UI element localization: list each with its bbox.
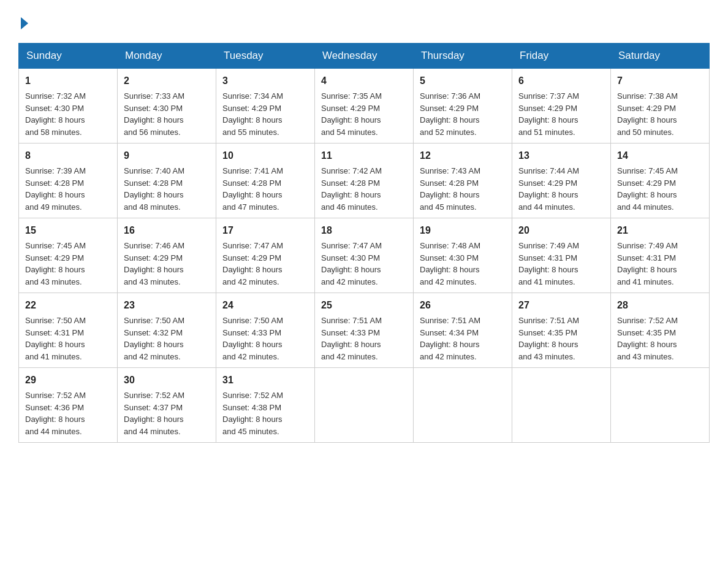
sunrise-text: Sunrise: 7:35 AM xyxy=(321,91,382,101)
sunset-text: Sunset: 4:29 PM xyxy=(420,104,479,113)
sunset-text: Sunset: 4:28 PM xyxy=(420,178,479,188)
daylight-text: Daylight: 8 hours xyxy=(25,340,85,349)
day-number: 28 xyxy=(617,298,703,313)
calendar-cell: 22 Sunrise: 7:50 AM Sunset: 4:31 PM Dayl… xyxy=(19,293,118,368)
sunrise-text: Sunrise: 7:36 AM xyxy=(420,91,480,101)
daylight-text2: and 46 minutes. xyxy=(321,202,378,212)
calendar-cell: 7 Sunrise: 7:38 AM Sunset: 4:29 PM Dayli… xyxy=(611,69,710,144)
day-number: 13 xyxy=(518,148,604,163)
calendar-week-row: 29 Sunrise: 7:52 AM Sunset: 4:36 PM Dayl… xyxy=(19,368,710,443)
sunset-text: Sunset: 4:30 PM xyxy=(321,253,380,262)
sunrise-text: Sunrise: 7:51 AM xyxy=(321,316,382,325)
day-number: 29 xyxy=(25,373,111,388)
calendar-cell: 9 Sunrise: 7:40 AM Sunset: 4:28 PM Dayli… xyxy=(118,144,216,218)
sunrise-text: Sunrise: 7:46 AM xyxy=(124,241,184,250)
daylight-text: Daylight: 8 hours xyxy=(124,115,184,124)
daylight-text2: and 45 minutes. xyxy=(420,202,477,212)
calendar-cell: 4 Sunrise: 7:35 AM Sunset: 4:29 PM Dayli… xyxy=(315,69,414,144)
daylight-text2: and 44 minutes. xyxy=(124,427,181,436)
daylight-text: Daylight: 8 hours xyxy=(222,340,282,349)
day-number: 11 xyxy=(321,148,407,163)
sunset-text: Sunset: 4:31 PM xyxy=(518,253,577,262)
sunrise-text: Sunrise: 7:44 AM xyxy=(518,166,579,175)
day-number: 5 xyxy=(420,74,506,88)
daylight-text2: and 42 minutes. xyxy=(222,352,279,361)
sunset-text: Sunset: 4:37 PM xyxy=(124,403,183,412)
day-number: 3 xyxy=(222,74,308,88)
sunset-text: Sunset: 4:30 PM xyxy=(124,104,183,113)
daylight-text: Daylight: 8 hours xyxy=(222,415,282,424)
daylight-text2: and 50 minutes. xyxy=(617,128,674,137)
sunset-text: Sunset: 4:29 PM xyxy=(617,104,676,113)
day-number: 26 xyxy=(420,298,506,313)
daylight-text2: and 44 minutes. xyxy=(617,202,674,212)
day-number: 10 xyxy=(222,148,308,163)
weekday-header-monday: Monday xyxy=(118,44,216,69)
sunset-text: Sunset: 4:36 PM xyxy=(25,403,84,412)
daylight-text2: and 56 minutes. xyxy=(124,128,181,137)
sunset-text: Sunset: 4:28 PM xyxy=(124,178,183,188)
daylight-text2: and 58 minutes. xyxy=(25,128,82,137)
daylight-text2: and 45 minutes. xyxy=(222,427,279,436)
sunset-text: Sunset: 4:33 PM xyxy=(222,328,281,337)
day-number: 25 xyxy=(321,298,407,313)
sunrise-text: Sunrise: 7:42 AM xyxy=(321,166,382,175)
calendar-cell: 27 Sunrise: 7:51 AM Sunset: 4:35 PM Dayl… xyxy=(512,293,611,368)
calendar-cell: 29 Sunrise: 7:52 AM Sunset: 4:36 PM Dayl… xyxy=(19,368,118,443)
sunrise-text: Sunrise: 7:52 AM xyxy=(617,316,678,325)
daylight-text2: and 48 minutes. xyxy=(124,202,181,212)
calendar-cell: 3 Sunrise: 7:34 AM Sunset: 4:29 PM Dayli… xyxy=(216,69,315,144)
sunset-text: Sunset: 4:29 PM xyxy=(518,104,577,113)
weekday-header-friday: Friday xyxy=(512,44,611,69)
sunrise-text: Sunrise: 7:50 AM xyxy=(124,316,184,325)
sunset-text: Sunset: 4:30 PM xyxy=(25,104,84,113)
day-number: 31 xyxy=(222,373,308,388)
daylight-text2: and 41 minutes. xyxy=(25,352,82,361)
daylight-text: Daylight: 8 hours xyxy=(124,340,184,349)
sunrise-text: Sunrise: 7:47 AM xyxy=(222,241,283,250)
sunrise-text: Sunrise: 7:40 AM xyxy=(124,166,184,175)
weekday-header-tuesday: Tuesday xyxy=(216,44,315,69)
sunrise-text: Sunrise: 7:52 AM xyxy=(124,391,184,400)
sunrise-text: Sunrise: 7:37 AM xyxy=(518,91,579,101)
calendar-cell: 18 Sunrise: 7:47 AM Sunset: 4:30 PM Dayl… xyxy=(315,218,414,293)
daylight-text: Daylight: 8 hours xyxy=(420,115,480,124)
sunrise-text: Sunrise: 7:39 AM xyxy=(25,166,86,175)
daylight-text: Daylight: 8 hours xyxy=(321,190,381,199)
sunrise-text: Sunrise: 7:34 AM xyxy=(222,91,283,101)
day-number: 12 xyxy=(420,148,506,163)
day-number: 24 xyxy=(222,298,308,313)
sunset-text: Sunset: 4:35 PM xyxy=(617,328,676,337)
sunrise-text: Sunrise: 7:45 AM xyxy=(617,166,678,175)
sunset-text: Sunset: 4:32 PM xyxy=(124,328,183,337)
sunrise-text: Sunrise: 7:51 AM xyxy=(420,316,480,325)
daylight-text2: and 51 minutes. xyxy=(518,128,575,137)
page-header xyxy=(18,18,710,31)
calendar-cell: 6 Sunrise: 7:37 AM Sunset: 4:29 PM Dayli… xyxy=(512,69,611,144)
calendar-cell: 19 Sunrise: 7:48 AM Sunset: 4:30 PM Dayl… xyxy=(414,218,512,293)
calendar-cell: 11 Sunrise: 7:42 AM Sunset: 4:28 PM Dayl… xyxy=(315,144,414,218)
sunset-text: Sunset: 4:29 PM xyxy=(124,253,183,262)
sunrise-text: Sunrise: 7:47 AM xyxy=(321,241,382,250)
sunrise-text: Sunrise: 7:49 AM xyxy=(518,241,579,250)
weekday-header-wednesday: Wednesday xyxy=(315,44,414,69)
daylight-text: Daylight: 8 hours xyxy=(518,190,578,199)
calendar-cell: 23 Sunrise: 7:50 AM Sunset: 4:32 PM Dayl… xyxy=(118,293,216,368)
sunset-text: Sunset: 4:28 PM xyxy=(222,178,281,188)
sunrise-text: Sunrise: 7:43 AM xyxy=(420,166,480,175)
sunset-text: Sunset: 4:31 PM xyxy=(617,253,676,262)
daylight-text: Daylight: 8 hours xyxy=(124,265,184,274)
calendar-cell: 28 Sunrise: 7:52 AM Sunset: 4:35 PM Dayl… xyxy=(611,293,710,368)
sunrise-text: Sunrise: 7:51 AM xyxy=(518,316,579,325)
daylight-text2: and 43 minutes. xyxy=(124,277,181,286)
daylight-text2: and 42 minutes. xyxy=(420,277,477,286)
daylight-text2: and 43 minutes. xyxy=(617,352,674,361)
daylight-text: Daylight: 8 hours xyxy=(518,265,578,274)
day-number: 15 xyxy=(25,223,111,238)
calendar-cell: 12 Sunrise: 7:43 AM Sunset: 4:28 PM Dayl… xyxy=(414,144,512,218)
sunset-text: Sunset: 4:30 PM xyxy=(420,253,479,262)
daylight-text: Daylight: 8 hours xyxy=(25,115,85,124)
daylight-text2: and 44 minutes. xyxy=(518,202,575,212)
day-number: 14 xyxy=(617,148,703,163)
day-number: 23 xyxy=(124,298,210,313)
